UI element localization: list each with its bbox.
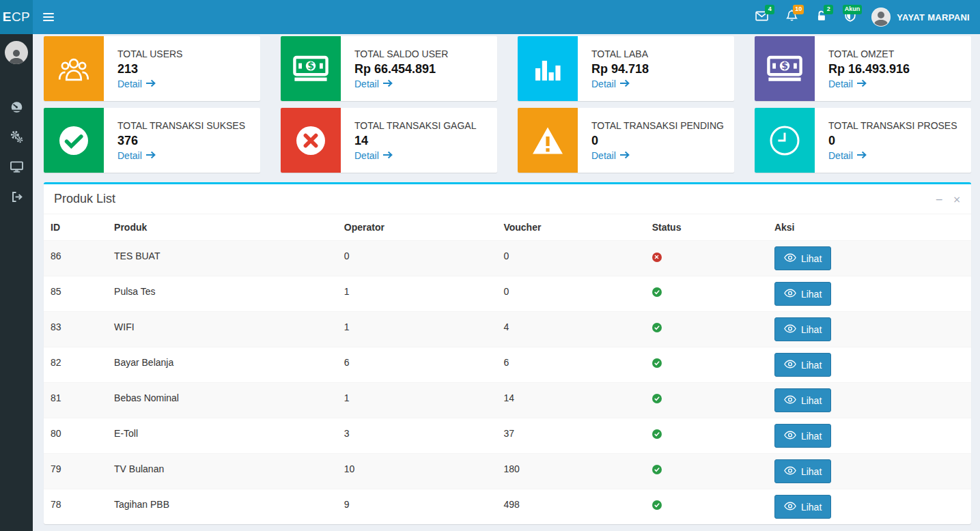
info-box-value: Rp 66.454.891 (354, 62, 448, 76)
lihat-button[interactable]: Lihat (774, 459, 831, 483)
lihat-button[interactable]: Lihat (774, 495, 831, 519)
sidebar-item-dashboard[interactable] (0, 93, 33, 123)
info-box-detail-link[interactable]: Detail (828, 150, 867, 161)
sidebar-toggle-button[interactable] (33, 0, 64, 34)
cell-status (647, 454, 769, 489)
info-box-5: TOTAL TRANSAKSI GAGAL14Detail (281, 108, 497, 173)
table-row-produk-80: 80E-Toll337Lihat (44, 418, 971, 454)
status-active-icon (652, 323, 662, 332)
lihat-button[interactable]: Lihat (774, 246, 831, 270)
panel-tools: − × (936, 194, 961, 205)
navbar-sessions-menu[interactable]: 2 (807, 0, 836, 34)
info-box-label: TOTAL TRANSAKSI SUKSES (117, 120, 245, 131)
table-row-produk-82: 82Bayar Belanja66Lihat (44, 347, 971, 383)
arrow-right-icon (382, 150, 393, 161)
cell-produk: Tagihan PBB (109, 489, 339, 525)
app-logo-rest: CP (12, 10, 30, 25)
info-box-content: TOTAL TRANSAKSI PROSES0Detail (815, 108, 964, 173)
sidebar-item-monitoring[interactable] (0, 153, 33, 183)
info-box-detail-link[interactable]: Detail (117, 150, 156, 161)
detail-link-label: Detail (828, 150, 853, 161)
messages-badge: 4 (765, 5, 774, 14)
info-box-detail-link[interactable]: Detail (591, 78, 630, 89)
navbar-account-menu[interactable]: Akun (836, 0, 865, 34)
times-circle-icon (281, 108, 341, 173)
detail-link-label: Detail (591, 78, 616, 89)
column-header-id: ID (44, 214, 109, 241)
sidebar-item-settings[interactable] (0, 123, 33, 153)
info-box-2: TOTAL LABARp 94.718Detail (518, 36, 734, 101)
navbar-user-menu[interactable]: YAYAT MARPANI (865, 0, 980, 34)
info-box-4: TOTAL TRANSAKSI SUKSES376Detail (44, 108, 260, 173)
info-box-7: TOTAL TRANSAKSI PROSES0Detail (755, 108, 971, 173)
cell-status (647, 312, 769, 347)
table-row-produk-85: 85Pulsa Tes10Lihat (44, 276, 971, 312)
cell-produk: TV Bulanan (109, 454, 339, 489)
info-box-value: 213 (117, 62, 182, 76)
arrow-right-icon (619, 150, 630, 161)
cell-voucher: 6 (498, 347, 646, 383)
cell-aksi: Lihat (769, 312, 971, 347)
table-header-row: IDProdukOperatorVoucherStatusAksi (44, 214, 971, 241)
money-icon: $ (281, 36, 341, 101)
cell-operator: 1 (339, 276, 499, 312)
cell-voucher: 0 (498, 241, 646, 276)
signout-icon (11, 191, 23, 205)
cell-status (647, 383, 769, 418)
app-logo[interactable]: ECP (0, 0, 33, 34)
status-active-icon (652, 358, 662, 368)
cell-id: 83 (44, 312, 109, 347)
info-box-detail-link[interactable]: Detail (828, 78, 867, 89)
sidebar-item-logout[interactable] (0, 183, 33, 213)
info-box-value: 0 (828, 134, 957, 148)
cell-id: 79 (44, 454, 109, 489)
lihat-button[interactable]: Lihat (774, 282, 831, 306)
status-active-icon (652, 465, 662, 474)
panel-header: Produk List − × (44, 184, 971, 214)
info-box-detail-link[interactable]: Detail (354, 78, 393, 89)
lihat-button[interactable]: Lihat (774, 317, 831, 341)
lihat-button[interactable]: Lihat (774, 353, 831, 377)
info-box-1: $TOTAL SALDO USERRp 66.454.891Detail (281, 36, 497, 101)
lihat-button[interactable]: Lihat (774, 424, 831, 448)
cell-operator: 1 (339, 312, 499, 347)
info-box-label: TOTAL TRANSAKSI GAGAL (354, 120, 476, 131)
table-row-produk-86: 86TES BUAT00Lihat (44, 241, 971, 276)
arrow-right-icon (145, 78, 156, 89)
lihat-button[interactable]: Lihat (774, 388, 831, 412)
info-box-6: TOTAL TRANSAKSI PENDING0Detail (518, 108, 734, 173)
lihat-button-label: Lihat (801, 395, 822, 406)
cell-id: 81 (44, 383, 109, 418)
info-box-detail-link[interactable]: Detail (117, 78, 156, 89)
panel-collapse-button[interactable]: − (936, 194, 944, 205)
cell-voucher: 14 (498, 383, 646, 418)
panel-title: Produk List (54, 192, 115, 206)
info-box-content: TOTAL TRANSAKSI GAGAL14Detail (341, 108, 483, 173)
arrow-right-icon (382, 78, 393, 89)
cell-id: 86 (44, 241, 109, 276)
cell-status (647, 489, 769, 525)
eye-icon (784, 502, 796, 513)
info-box-label: TOTAL USERS (117, 48, 182, 59)
info-box-value: 376 (117, 134, 245, 148)
panel-close-button[interactable]: × (953, 194, 961, 205)
eye-icon (784, 289, 796, 300)
status-active-icon (652, 429, 662, 439)
cell-produk: Bayar Belanja (109, 347, 339, 383)
column-header-voucher: Voucher (498, 214, 646, 241)
navbar-notifications-menu[interactable]: 10 (777, 0, 807, 34)
info-box-content: TOTAL SALDO USERRp 66.454.891Detail (341, 36, 455, 101)
eye-icon (784, 360, 796, 371)
produk-list-panel: Produk List − × IDProdukOperatorVoucherS… (44, 182, 971, 524)
check-circle-icon (44, 108, 104, 173)
arrow-right-icon (856, 150, 867, 161)
info-box-detail-link[interactable]: Detail (591, 150, 630, 161)
lihat-button-label: Lihat (801, 324, 822, 335)
top-navbar: ECP 4102AkunYAYAT MARPANI (0, 0, 980, 34)
cell-produk: Bebas Nominal (109, 383, 339, 418)
navbar-messages-menu[interactable]: 4 (746, 0, 777, 34)
lihat-button-label: Lihat (801, 289, 822, 300)
cell-voucher: 498 (498, 489, 646, 525)
sidebar-user-avatar[interactable] (5, 41, 28, 64)
info-box-detail-link[interactable]: Detail (354, 150, 393, 161)
